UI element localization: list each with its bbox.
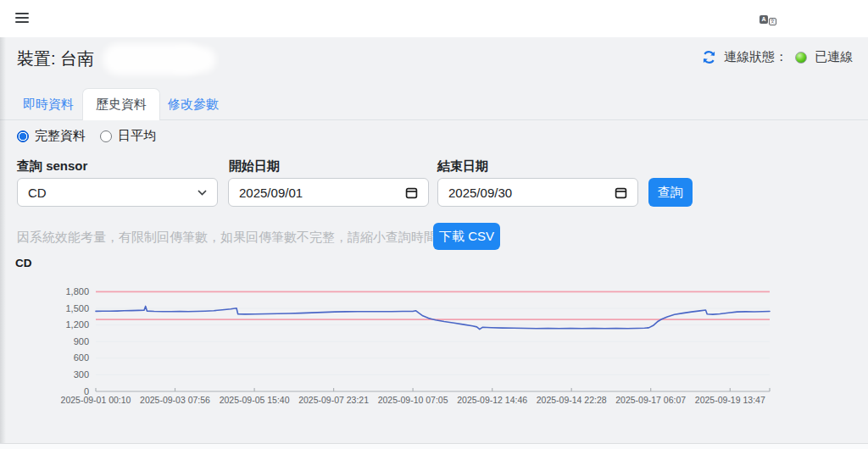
end-date-label: 結束日期 (437, 158, 488, 175)
limit-notice: 因系統效能考量，有限制回傳筆數，如果回傳筆數不完整，請縮小查詢時間區間 (17, 230, 462, 246)
download-csv-button[interactable]: 下載 CSV (433, 223, 500, 250)
tab-bar: 即時資料 歷史資料 修改參數 (0, 88, 868, 120)
svg-text:2025-09-14 22:28: 2025-09-14 22:28 (537, 395, 607, 405)
svg-text:2025-09-17 06:07: 2025-09-17 06:07 (615, 395, 686, 405)
svg-text:900: 900 (74, 336, 89, 346)
radio-full-data[interactable]: 完整資料 (17, 128, 86, 144)
sensor-label: 查詢 sensor (17, 158, 87, 175)
radio-full-data-label: 完整資料 (35, 128, 86, 144)
radio-daily-average-label: 日平均 (118, 128, 156, 144)
svg-text:2025-09-12 14:46: 2025-09-12 14:46 (457, 395, 527, 405)
end-date-value: 2025/09/30 (448, 186, 512, 200)
radio-unchecked-icon (100, 130, 112, 142)
calendar-icon[interactable] (615, 186, 627, 199)
refresh-icon[interactable] (702, 50, 716, 64)
svg-text:2025-09-01 00:10: 2025-09-01 00:10 (61, 395, 131, 405)
start-date-label: 開始日期 (229, 158, 280, 175)
translate-icon[interactable]: A 文 (760, 15, 776, 25)
bottom-edge (0, 443, 868, 449)
end-date-input[interactable]: 2025/09/30 (437, 178, 638, 207)
sensor-select-value: CD (28, 186, 47, 200)
mode-options: 完整資料 日平均 (17, 128, 156, 144)
translate-icon-char: 文 (769, 18, 776, 25)
svg-text:2025-09-03 07:56: 2025-09-03 07:56 (140, 395, 210, 405)
chart-canvas: 03006009001,2001,5001,8002025-09-01 00:1… (0, 278, 797, 413)
radio-daily-average[interactable]: 日平均 (100, 128, 156, 144)
top-bar: A 文 (0, 0, 868, 37)
translate-icon-a: A (760, 15, 768, 24)
start-date-value: 2025/09/01 (239, 186, 303, 200)
calendar-icon[interactable] (405, 186, 418, 199)
app-window: A 文 裝置: 台南 連線狀態： 已連線 即時資料 歷史資料 修改參數 (0, 0, 868, 449)
svg-text:2025-09-19 13:47: 2025-09-19 13:47 (695, 395, 765, 405)
tab-history-data[interactable]: 歷史資料 (82, 88, 160, 120)
svg-text:2025-09-10 07:05: 2025-09-10 07:05 (378, 395, 448, 405)
page-title: 裝置: 台南 (17, 47, 94, 70)
cd-line-chart: 03006009001,2001,5001,8002025-09-01 00:1… (0, 278, 797, 413)
svg-text:2025-09-05 15:40: 2025-09-05 15:40 (220, 395, 290, 405)
status-value: 已連線 (815, 49, 853, 65)
menu-icon[interactable] (15, 13, 29, 25)
svg-text:1,500: 1,500 (65, 303, 89, 313)
chart-title: CD (15, 257, 32, 269)
left-edge-shadow (0, 37, 6, 449)
status-led-icon (795, 52, 807, 64)
chevron-down-icon (198, 190, 207, 196)
radio-checked-icon (17, 130, 29, 142)
svg-text:2025-09-07 23:21: 2025-09-07 23:21 (298, 395, 369, 405)
connection-status: 連線狀態： 已連線 (702, 49, 853, 65)
sensor-select[interactable]: CD (17, 178, 218, 207)
redacted-device-name (170, 53, 210, 67)
start-date-input[interactable]: 2025/09/01 (228, 178, 429, 207)
tab-edit-params[interactable]: 修改參數 (155, 88, 231, 120)
status-label: 連線狀態： (724, 49, 787, 65)
svg-text:300: 300 (74, 369, 89, 380)
svg-text:600: 600 (74, 352, 89, 363)
search-button[interactable]: 查詢 (648, 178, 693, 207)
svg-text:1,800: 1,800 (65, 286, 89, 297)
tab-realtime-data[interactable]: 即時資料 (10, 88, 86, 120)
svg-text:1,200: 1,200 (65, 319, 89, 330)
